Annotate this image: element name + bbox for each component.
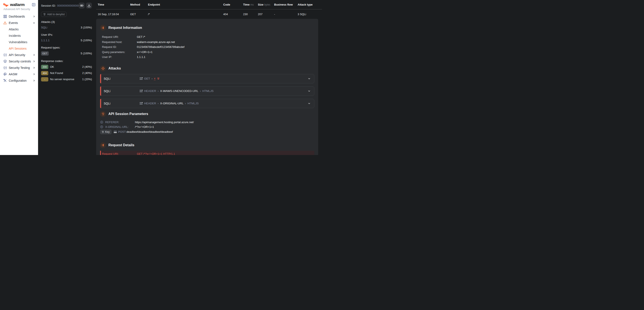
attack-accent-bar bbox=[100, 74, 101, 84]
braces-check-icon bbox=[3, 53, 7, 57]
double-arrow-right-icon bbox=[100, 142, 106, 148]
sidebar-item-aasm[interactable]: AASM bbox=[0, 71, 38, 78]
sidebar-item-api-security[interactable]: API Security bbox=[0, 52, 38, 58]
chevron-down-icon[interactable] bbox=[308, 102, 311, 105]
chevron-down-icon[interactable] bbox=[308, 90, 311, 92]
brand-subtitle: Advanced API Security bbox=[0, 7, 38, 11]
section-title: Attacks bbox=[108, 66, 121, 70]
download-icon bbox=[88, 4, 91, 7]
link-icon bbox=[80, 4, 84, 7]
request-information-section-header: Request Information bbox=[100, 25, 318, 30]
col-code[interactable]: Code bbox=[223, 3, 243, 6]
col-endpoint[interactable]: Endpoint bbox=[148, 3, 223, 6]
attack-card[interactable]: SQLi GET › x bbox=[100, 74, 314, 84]
attacks-heading: Attacks (3) bbox=[41, 20, 92, 24]
request-detail-panel: Request Information Request URI:GET /* R… bbox=[96, 19, 318, 155]
add-to-denylist-button[interactable]: Add to denylist bbox=[41, 12, 66, 17]
session-parameter-rows: REFERER: https://apimanagement.hosting.p… bbox=[100, 120, 318, 134]
request-details-section-header: Request Details bbox=[100, 142, 318, 148]
sidebar-item-dashboards[interactable]: Dashboards bbox=[0, 13, 38, 20]
col-size[interactable]: Size bytes bbox=[258, 3, 274, 6]
chevron-right-icon bbox=[33, 80, 35, 82]
session-id-value[interactable]: 00000000000000... bbox=[57, 4, 79, 7]
brand-name: wallarm bbox=[10, 2, 24, 7]
download-button[interactable] bbox=[86, 2, 92, 8]
app-root: wallarm Advanced API Security Dashboards bbox=[0, 0, 322, 155]
grid-icon bbox=[3, 15, 7, 18]
section-title: Request Information bbox=[108, 26, 142, 30]
request-information-fields: Request URI:GET /* Requested host:wallar… bbox=[102, 34, 318, 60]
copy-link-button[interactable] bbox=[79, 2, 85, 8]
request-type-row[interactable]: GET 5 (100%) bbox=[41, 51, 92, 56]
section-title: Request Details bbox=[108, 143, 134, 147]
double-arrow-right-icon bbox=[100, 25, 106, 30]
chevron-down-icon[interactable] bbox=[308, 77, 311, 80]
attack-param: X-ORIGINAL-URL bbox=[160, 102, 184, 105]
warning-icon bbox=[3, 21, 7, 25]
status-badge-none: - bbox=[41, 77, 48, 82]
col-time-ms[interactable]: Time ms bbox=[243, 3, 258, 6]
sidebar-item-label: Events bbox=[9, 21, 18, 24]
col-time[interactable]: Time bbox=[98, 3, 130, 6]
col-attack-type[interactable]: Attack type bbox=[298, 3, 322, 6]
attack-card[interactable]: SQLi HEADER › X-ORIGINAL-URL › HTMLJS bbox=[100, 99, 314, 108]
session-key-row: Key POST: deadbeefdeadbeefdeadbeefdeadbe… bbox=[100, 129, 318, 134]
sidebar-item-events[interactable]: Events bbox=[0, 20, 38, 26]
attack-accent-bar bbox=[100, 99, 101, 108]
wallarm-logo-icon bbox=[4, 3, 8, 7]
attack-param[interactable]: x bbox=[154, 77, 156, 80]
flag-icon bbox=[140, 78, 142, 80]
attack-param: X-WAWS-UNENCODED-URL bbox=[160, 89, 198, 92]
ip-stat-row[interactable]: 1.1.1.1 5 (100%) bbox=[41, 39, 92, 42]
expand-payload-icon[interactable] bbox=[157, 77, 160, 80]
logo-row: wallarm bbox=[0, 0, 38, 7]
col-business-flow[interactable]: Business flow bbox=[274, 3, 298, 6]
sidebar-item-api-sessions[interactable]: API Sessions bbox=[0, 45, 38, 52]
attack-cards: SQLi GET › x bbox=[100, 74, 318, 108]
session-id-label: Session ID: bbox=[41, 4, 56, 7]
chevron-right-icon bbox=[33, 67, 35, 69]
response-code-row[interactable]: 404 Not Found 2 (40%) bbox=[41, 71, 92, 75]
chevron-right-icon bbox=[33, 73, 35, 75]
request-row[interactable]: 16 Sep, 17:16:04 GET /* 404 230 207 - 3 … bbox=[96, 10, 322, 19]
flag-icon bbox=[140, 90, 142, 92]
sidebar-item-configuration[interactable]: Configuration bbox=[0, 78, 38, 84]
sidebar-item-security-controls[interactable]: Security controls bbox=[0, 58, 38, 64]
circled-plus-icon[interactable] bbox=[100, 120, 104, 124]
sidebar-collapse-icon[interactable] bbox=[32, 3, 36, 6]
chevron-right-icon bbox=[33, 54, 35, 56]
chevron-down-icon bbox=[33, 22, 35, 24]
attack-stat-row[interactable]: SQLi 3 (100%) bbox=[41, 26, 92, 29]
sidebar-item-incidents[interactable]: Incidents bbox=[0, 32, 38, 39]
flag-icon bbox=[114, 131, 117, 133]
fingerprint-icon bbox=[102, 131, 104, 133]
shield-bolt-icon bbox=[3, 60, 7, 63]
attacks-section-header: Attacks bbox=[100, 66, 318, 72]
chevron-right-icon bbox=[33, 60, 35, 62]
response-code-row[interactable]: - No server response 1 (20%) bbox=[41, 77, 92, 82]
highlighted-request-uri-row[interactable]: Request URI:GET /*?x='+OR+1=1 HTTP/1.1 bbox=[100, 151, 314, 155]
flag-icon bbox=[140, 102, 142, 104]
requests-table-header: Time Method Endpoint Code Time ms Size b… bbox=[96, 0, 322, 10]
attack-card[interactable]: SQLi HEADER › X-WAWS-UNENCODED-URL › HTM… bbox=[100, 86, 314, 96]
chevron-right-icon bbox=[33, 16, 35, 18]
key-badge[interactable]: Key bbox=[100, 130, 112, 134]
user-ips-heading: User IPs: bbox=[41, 33, 92, 36]
api-session-parameters-section-header: API Session Parameters bbox=[100, 111, 318, 117]
circled-plus-icon[interactable] bbox=[100, 125, 104, 128]
crosshair-icon bbox=[100, 66, 106, 72]
section-title: API Session Parameters bbox=[108, 112, 148, 116]
main-content: Time Method Endpoint Code Time ms Size b… bbox=[96, 0, 322, 155]
col-method[interactable]: Method bbox=[130, 3, 148, 6]
sidebar-item-attacks[interactable]: Attacks bbox=[0, 26, 38, 32]
response-code-row[interactable]: 200 OK 2 (40%) bbox=[41, 65, 92, 69]
tools-icon bbox=[3, 79, 7, 82]
sidebar-item-security-testing[interactable]: Security Testing bbox=[0, 64, 38, 71]
sidebar-item-vulnerabilities[interactable]: Vulnerabilities bbox=[0, 39, 38, 45]
method-badge: GET bbox=[41, 51, 49, 56]
response-codes-heading: Response codes: bbox=[41, 60, 92, 63]
session-summary-panel: Session ID: 00000000000000... Add to de bbox=[38, 0, 96, 155]
fingerprint-icon bbox=[43, 13, 46, 16]
sidebar-nav: Dashboards Events Attacks Incidents Vuln… bbox=[0, 13, 38, 84]
session-parameter-row: X-ORIGINAL-URL: /*?x='+OR+1=1 bbox=[100, 125, 318, 129]
